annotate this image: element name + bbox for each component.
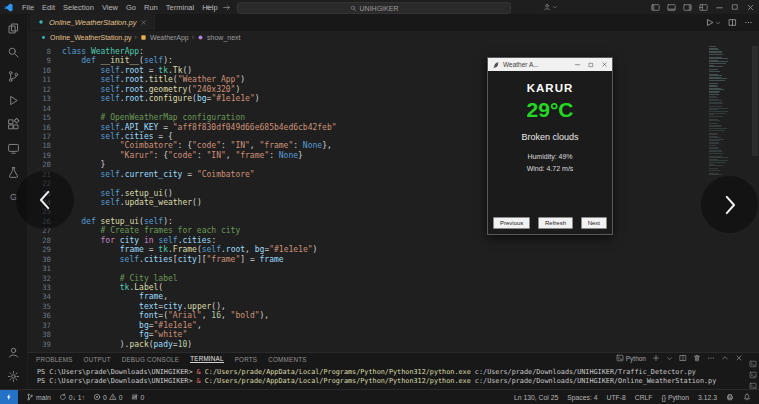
split-editor-icon[interactable] — [728, 18, 737, 27]
tab-bar: Online_WeatherStation.py — [27, 14, 759, 31]
code-text: frame, — [62, 292, 168, 301]
line-number: 31 — [27, 264, 51, 273]
problems-item[interactable]: 0 0 — [93, 393, 123, 401]
code-line: 15 # OpenWeatherMap configuration — [27, 113, 759, 122]
weather-window-title-bar[interactable]: Weather A... — [488, 58, 612, 71]
git-branch-item[interactable]: main — [26, 393, 51, 401]
terminal-shell-item[interactable]: Python — [616, 354, 646, 362]
layout-customize-icon[interactable] — [699, 3, 708, 12]
menu-item-view[interactable]: View — [98, 3, 122, 12]
weather-close-icon[interactable] — [601, 61, 608, 68]
language-mode[interactable]: {} Python — [662, 394, 690, 401]
previous-button[interactable]: Previous — [493, 217, 530, 229]
weather-maximize-icon[interactable] — [588, 62, 594, 68]
layout-sidebar-right-icon[interactable] — [683, 3, 692, 12]
source-control-icon[interactable] — [0, 64, 27, 88]
printer-icon[interactable] — [726, 393, 734, 401]
run-debug-icon[interactable] — [0, 88, 27, 112]
breadcrumb-method[interactable]: show_next — [207, 34, 240, 41]
new-terminal-icon[interactable] — [652, 354, 660, 362]
line-number: 12 — [27, 85, 51, 94]
panel-tab-ports[interactable]: PORTS — [235, 356, 258, 363]
breadcrumb-separator: › — [192, 34, 194, 41]
bell-icon[interactable] — [743, 393, 751, 401]
menu-item-terminal[interactable]: Terminal — [162, 3, 198, 12]
panel-tab-comments[interactable]: COMMENTS — [268, 356, 306, 363]
next-button[interactable]: Next — [581, 217, 607, 229]
python-version[interactable]: 3.12.3 — [698, 394, 717, 401]
line-number: 32 — [27, 274, 51, 283]
play-icon — [705, 18, 714, 27]
menu-item-file[interactable]: File — [18, 3, 38, 12]
code-text: self.root.geometry("240x320") — [62, 85, 240, 94]
terminal-dropdown-icon[interactable] — [666, 355, 673, 362]
panel-more-icon[interactable] — [707, 354, 715, 362]
code-text: bg="#1e1e1e", — [62, 321, 202, 330]
terminal-instance-icon[interactable] — [749, 360, 757, 368]
account-icon[interactable] — [0, 340, 27, 364]
copilot-menu[interactable] — [543, 3, 558, 11]
code-line: 36 font=("Arial", 16, "bold"), — [27, 311, 759, 320]
menu-item-run[interactable]: Run — [140, 3, 162, 12]
terminal-instance-icon[interactable] — [749, 371, 757, 379]
encoding[interactable]: UTF-8 — [606, 394, 625, 401]
menu-item-selection[interactable]: Selection — [59, 3, 98, 12]
kill-terminal-icon[interactable] — [693, 354, 701, 362]
layout-panel-icon[interactable] — [667, 3, 676, 12]
eol-sequence[interactable]: CRLF — [635, 394, 653, 401]
search-input[interactable]: UNIHGIKER — [237, 2, 511, 14]
minimap-line — [709, 103, 723, 104]
code-line: 21 self.current_city = "Coimbatore" — [27, 170, 759, 179]
more-actions-icon[interactable] — [744, 18, 753, 27]
terminal-output[interactable]: PS C:\Users\prade\Downloads\UNIHGIKER> &… — [27, 368, 759, 386]
cursor-position[interactable]: Ln 130, Col 25 — [514, 394, 558, 401]
layout-sidebar-left-icon[interactable] — [651, 3, 660, 12]
tab-close-icon[interactable] — [140, 19, 147, 26]
refresh-button[interactable]: Refresh — [538, 217, 573, 229]
menu-item-go[interactable]: Go — [122, 3, 140, 12]
code-editor[interactable]: 8class WeatherApp:9 def __init__(self):1… — [27, 44, 759, 352]
code-line: 37 bg="#1e1e1e", — [27, 321, 759, 330]
settings-icon[interactable] — [0, 364, 27, 388]
code-line: 11 self.root.title("Weather App") — [27, 75, 759, 84]
panel-maximize-icon[interactable] — [721, 354, 729, 362]
minimap-line — [709, 66, 723, 67]
weather-condition: Broken clouds — [488, 132, 612, 142]
panel-tab-output[interactable]: OUTPUT — [84, 356, 111, 363]
code-text: font=("Arial", 16, "bold"), — [62, 311, 269, 320]
minimap[interactable] — [709, 46, 741, 176]
panel-tab-terminal[interactable]: TERMINAL — [190, 355, 223, 363]
breadcrumb-class[interactable]: WeatherApp — [150, 34, 189, 41]
git-sync-item[interactable]: 0↓ 1↑ — [59, 393, 85, 401]
remote-explorer-icon[interactable] — [0, 136, 27, 160]
close-button[interactable] — [746, 3, 755, 12]
tab-online-weatherstation[interactable]: Online_WeatherStation.py — [30, 14, 155, 30]
sync-icon — [59, 393, 67, 401]
breadcrumb-file[interactable]: Online_WeatherStation.py — [50, 34, 132, 41]
maximize-button[interactable] — [731, 3, 739, 11]
run-python-button[interactable] — [705, 18, 721, 27]
panel-tab-problems[interactable]: PROBLEMS — [36, 356, 73, 363]
extensions-icon[interactable] — [0, 112, 27, 136]
remote-indicator[interactable] — [0, 390, 18, 404]
code-text: self.cities = { — [62, 132, 173, 141]
carousel-next-overlay[interactable] — [701, 176, 758, 233]
explorer-icon[interactable] — [0, 16, 27, 40]
editor-scrollbar[interactable] — [752, 46, 758, 156]
forward-arrow-icon[interactable] — [222, 3, 231, 12]
carousel-prev-overlay[interactable] — [16, 171, 74, 229]
panel-close-icon[interactable] — [735, 354, 743, 362]
split-terminal-icon[interactable] — [679, 354, 687, 362]
minimize-button[interactable] — [715, 3, 724, 12]
indentation[interactable]: Spaces: 4 — [567, 394, 597, 401]
weather-minimize-icon[interactable] — [574, 61, 581, 68]
tally-item[interactable]: 0 — [131, 393, 145, 401]
editor-actions — [705, 14, 753, 31]
menu-item-edit[interactable]: Edit — [38, 3, 59, 12]
code-line: 27 # Create frames for each city — [27, 226, 759, 235]
panel-tab-debug-console[interactable]: DEBUG CONSOLE — [122, 356, 180, 363]
search-icon[interactable] — [0, 40, 27, 64]
back-arrow-icon[interactable] — [205, 3, 214, 12]
code-text: def __init__(self): — [62, 56, 173, 65]
code-text: self.current_city = "Coimbatore" — [62, 170, 255, 179]
